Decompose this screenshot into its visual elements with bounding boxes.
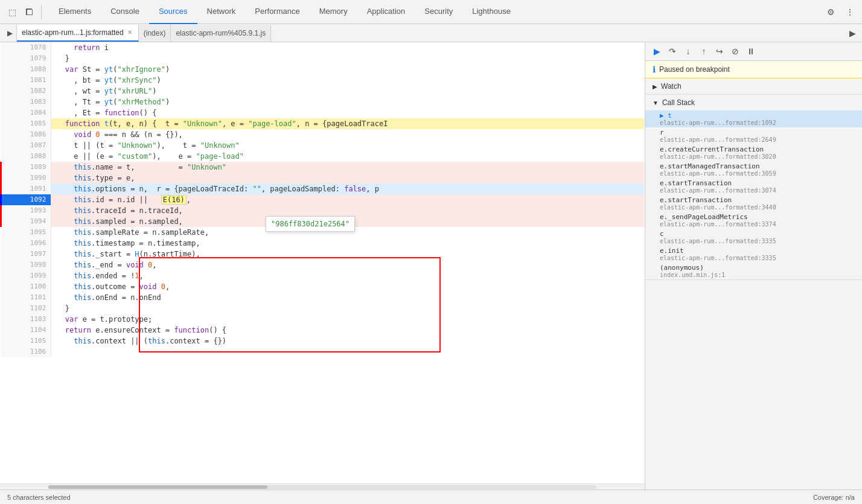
step-into-btn[interactable]: ↓	[682, 45, 695, 58]
line-content: this.onEnd = n.onEnd	[51, 292, 644, 303]
step-over-btn[interactable]: ↷	[666, 45, 679, 58]
main-toolbar: ⬚ ⧠ Elements Console Sources Network Per…	[0, 0, 862, 24]
line-number: 1097	[1, 249, 51, 260]
code-area[interactable]: "986ff830d21e2564" 1078 return i 1079 } …	[0, 42, 645, 483]
toolbar-right: ⚙ ⋮	[823, 5, 857, 19]
more-files-icon[interactable]: ▶	[845, 26, 860, 40]
line-content: void 0 === n && (n = {}),	[51, 129, 644, 140]
tab-performance[interactable]: Performance	[245, 0, 309, 24]
call-stack-fn-loc: elastic-apm-rum...formatted:3374	[660, 221, 855, 228]
file-tab-2[interactable]: elastic-apm-rum%405.9.1.js	[171, 25, 271, 42]
call-stack-fn-name: e.startTransaction	[660, 179, 855, 187]
line-number: 1080	[1, 64, 51, 75]
call-stack-item[interactable]: e.createCurrentTransaction elastic-apm-r…	[645, 144, 862, 161]
call-stack-item[interactable]: e.startTransaction elastic-apm-rum...for…	[645, 195, 862, 212]
call-stack-item[interactable]: ▶ t elastic-apm-rum...formatted:1092	[645, 110, 862, 127]
device-icon[interactable]: ⧠	[22, 5, 36, 19]
call-stack-item[interactable]: e.init elastic-apm-rum...formatted:3335	[645, 246, 862, 263]
inspect-icon[interactable]: ⬚	[5, 5, 19, 19]
tab-security[interactable]: Security	[415, 0, 462, 24]
tab-memory[interactable]: Memory	[310, 0, 357, 24]
call-stack-chevron-icon: ▼	[653, 100, 659, 106]
line-content	[51, 346, 644, 357]
deactivate-btn[interactable]: ⊘	[729, 45, 742, 58]
call-stack-fn-name: e.startTransaction	[660, 196, 855, 204]
line-number: 1096	[1, 238, 51, 249]
line-content: this.timestamp = n.timestamp,	[51, 238, 644, 249]
tab-lighthouse[interactable]: Lighthouse	[462, 0, 520, 24]
tab-application[interactable]: Application	[357, 0, 415, 24]
tooltip-box: "986ff830d21e2564"	[266, 216, 355, 232]
line-number: 1084	[1, 107, 51, 118]
watch-header[interactable]: ▶ Watch	[645, 78, 862, 94]
step-btn[interactable]: ↪	[713, 45, 726, 58]
tab-network[interactable]: Network	[197, 0, 246, 24]
table-row: 1083 , Tt = yt("xhrMethod")	[1, 97, 644, 107]
call-stack-fn-loc: elastic-apm-rum...formatted:3335	[660, 238, 855, 244]
step-out-btn[interactable]: ↑	[697, 45, 710, 58]
tab-sources[interactable]: Sources	[149, 0, 197, 24]
pause-exceptions-btn[interactable]: ⏸	[744, 45, 758, 58]
resume-btn[interactable]: ▶	[650, 45, 663, 58]
line-number: 1088	[1, 151, 51, 162]
debug-toolbar: ▶ ↷ ↓ ↑ ↪ ⊘ ⏸	[645, 42, 862, 61]
table-row: 1104 return e.ensureContext = function()…	[1, 325, 644, 336]
line-number: 1104	[1, 325, 51, 336]
call-stack-fn-loc: elastic-apm-rum...formatted:3020	[660, 153, 855, 160]
table-row: 1101 this.onEnd = n.onEnd	[1, 292, 644, 303]
table-row: 1097 this._start = H(n.startTime),	[1, 249, 644, 260]
line-number: 1099	[1, 270, 51, 281]
call-stack-fn-loc: index.umd.min.js:1	[660, 272, 855, 278]
table-row: 1086 void 0 === n && (n = {}),	[1, 129, 644, 140]
status-left: 5 characters selected	[7, 494, 71, 501]
table-row: 1091 this.options = n, r = {pageLoadTrac…	[1, 183, 644, 194]
table-row: 1078 return i	[1, 42, 644, 53]
line-content: var St = yt("xhrIgnore")	[51, 64, 644, 75]
call-stack-header[interactable]: ▼ Call Stack	[645, 95, 862, 110]
more-icon[interactable]: ⋮	[843, 5, 857, 19]
call-stack-item[interactable]: (anonymous) index.umd.min.js:1	[645, 263, 862, 279]
line-content: this.outcome = void 0,	[51, 281, 644, 292]
call-stack-item[interactable]: e.startManagedTransaction elastic-apm-ru…	[645, 161, 862, 178]
toolbar-icons: ⬚ ⧠	[5, 5, 42, 19]
call-stack-fn-loc: elastic-apm-rum...formatted:3440	[660, 204, 855, 211]
call-stack-fn-name: (anonymous)	[660, 264, 855, 272]
line-content: t || (t = "Unknown"), t = "Unknown"	[51, 140, 644, 151]
line-number: 1091	[1, 183, 51, 194]
file-tab-0-close[interactable]: ✕	[126, 28, 133, 36]
call-stack-item[interactable]: r elastic-apm-rum...formatted:2649	[645, 127, 862, 144]
call-stack-fn-name: r	[660, 129, 855, 136]
breakpoint-banner: ℹ Paused on breakpoint	[645, 61, 862, 78]
call-stack-label: Call Stack	[662, 98, 695, 107]
file-tab-0[interactable]: elastic-apm-rum...1.js:formatted ✕	[17, 25, 139, 42]
main-content: "986ff830d21e2564" 1078 return i 1079 } …	[0, 42, 862, 490]
line-content: }	[51, 303, 644, 314]
call-stack-item[interactable]: c elastic-apm-rum...formatted:3335	[645, 229, 862, 246]
table-row: 1100 this.outcome = void 0,	[1, 281, 644, 292]
table-row: 1087 t || (t = "Unknown"), t = "Unknown"	[1, 140, 644, 151]
tab-elements[interactable]: Elements	[49, 0, 101, 24]
line-content: this._end = void 0,	[51, 260, 644, 270]
file-panel-toggle[interactable]: ▶	[2, 25, 17, 42]
table-row: 1105 this.context || (this.context = {})	[1, 336, 644, 346]
right-panel: ▶ ↷ ↓ ↑ ↪ ⊘ ⏸ ℹ Paused on breakpoint ▶ W…	[645, 42, 862, 490]
breakpoint-text: Paused on breakpoint	[659, 65, 730, 74]
status-right: Coverage: n/a	[813, 494, 855, 501]
watch-section: ▶ Watch	[645, 78, 862, 95]
call-stack-item[interactable]: e._sendPageLoadMetrics elastic-apm-rum..…	[645, 212, 862, 229]
table-row: 1079 }	[1, 53, 644, 64]
file-tab-1[interactable]: (index)	[139, 25, 171, 42]
call-stack-item[interactable]: e.startTransaction elastic-apm-rum...for…	[645, 178, 862, 195]
call-stack-fn-loc: elastic-apm-rum...formatted:2649	[660, 136, 855, 143]
line-number: 1078	[1, 42, 51, 53]
line-content: this.id = n.id || E(16),	[51, 194, 644, 205]
tab-console[interactable]: Console	[101, 0, 149, 24]
call-stack-fn-name: ▶ t	[660, 112, 855, 120]
settings-icon[interactable]: ⚙	[823, 5, 838, 19]
call-stack-list: ▶ t elastic-apm-rum...formatted:1092 r e…	[645, 110, 862, 279]
table-row: 1098 this._end = void 0,	[1, 260, 644, 270]
line-number: 1092	[1, 194, 51, 205]
call-stack-fn-loc: elastic-apm-rum...formatted:1092	[660, 120, 855, 126]
line-content: , wt = yt("xhrURL")	[51, 86, 644, 97]
line-content: this._start = H(n.startTime),	[51, 249, 644, 260]
